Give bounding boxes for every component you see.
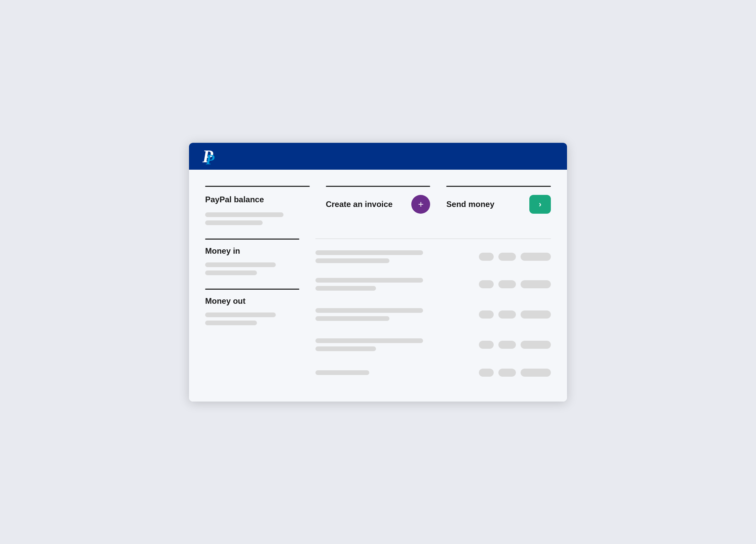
amount-badge: [521, 310, 551, 319]
paypal-logo-icon: P P: [202, 146, 220, 166]
status-badge: [479, 369, 494, 377]
status-badge: [479, 280, 494, 288]
money-out-group: Money out: [205, 289, 299, 339]
list-item-right: [479, 310, 551, 319]
balance-divider: [205, 186, 310, 187]
placeholder-line: [205, 262, 276, 267]
amount-badge: [521, 280, 551, 288]
send-money-card: Send money ›: [446, 186, 551, 225]
money-out-placeholders: [205, 312, 299, 325]
balance-card: PayPal balance: [205, 186, 310, 225]
placeholder-line: [315, 316, 389, 321]
money-in-placeholders: [205, 262, 299, 275]
svg-text:P: P: [205, 152, 215, 166]
placeholder-line: [315, 338, 423, 343]
list-item-right: [479, 253, 551, 261]
header-bar: P P: [189, 143, 567, 170]
list-item-right: [479, 341, 551, 349]
status-badge: [479, 253, 494, 261]
placeholder-line: [205, 321, 257, 325]
placeholder-line: [205, 220, 263, 225]
placeholder-line: [315, 286, 376, 291]
placeholder-line: [315, 278, 423, 283]
create-invoice-button[interactable]: +: [411, 195, 430, 214]
list-item-left: [315, 278, 479, 291]
arrow-right-icon: ›: [539, 200, 541, 209]
list-item-left: [315, 308, 479, 321]
status-badge: [479, 310, 494, 319]
money-out-divider: [205, 289, 299, 290]
bottom-section: Money in Money out: [205, 239, 551, 383]
invoice-header: Create an invoice +: [326, 195, 430, 214]
list-item-left: [315, 370, 479, 375]
top-section: PayPal balance Create an invoice +: [205, 186, 551, 225]
plus-icon: +: [418, 200, 423, 209]
amount-badge: [521, 253, 551, 261]
balance-title: PayPal balance: [205, 195, 264, 204]
money-out-title: Money out: [205, 296, 299, 306]
list-item-left: [315, 338, 479, 351]
amount-badge: [521, 341, 551, 349]
send-money-button[interactable]: ›: [529, 195, 551, 214]
placeholder-line: [315, 308, 423, 313]
amount-badge: [521, 369, 551, 377]
table-row: [315, 332, 551, 357]
placeholder-line: [205, 212, 284, 217]
balance-placeholders: [205, 212, 310, 225]
send-divider: [446, 186, 551, 187]
placeholder-line: [205, 270, 257, 275]
paypal-logo: P P: [202, 146, 220, 166]
list-item-right: [479, 369, 551, 377]
placeholder-line: [315, 258, 389, 263]
placeholder-line: [315, 346, 376, 351]
money-in-title: Money in: [205, 246, 299, 256]
send-header: Send money ›: [446, 195, 551, 214]
table-row: [315, 244, 551, 269]
list-items: [315, 239, 551, 383]
left-labels: Money in Money out: [205, 239, 299, 383]
placeholder-line: [205, 312, 276, 317]
status-badge: [498, 369, 516, 377]
table-row: [315, 272, 551, 297]
right-list: [315, 239, 551, 383]
main-content: PayPal balance Create an invoice +: [189, 170, 567, 402]
placeholder-line: [315, 250, 423, 255]
invoice-card: Create an invoice +: [326, 186, 430, 225]
list-item-right: [479, 280, 551, 288]
invoice-divider: [326, 186, 430, 187]
status-badge: [498, 253, 516, 261]
browser-window: P P PayPal balance: [189, 143, 567, 402]
placeholder-line: [315, 370, 369, 375]
money-in-group: Money in: [205, 239, 299, 289]
status-badge: [498, 280, 516, 288]
list-item-left: [315, 250, 479, 263]
balance-header: PayPal balance: [205, 195, 310, 204]
money-in-divider: [205, 239, 299, 240]
status-badge: [498, 310, 516, 319]
status-badge: [498, 341, 516, 349]
status-badge: [479, 341, 494, 349]
send-title: Send money: [446, 200, 494, 209]
invoice-title: Create an invoice: [326, 200, 393, 209]
table-row: [315, 302, 551, 327]
table-row: [315, 363, 551, 383]
